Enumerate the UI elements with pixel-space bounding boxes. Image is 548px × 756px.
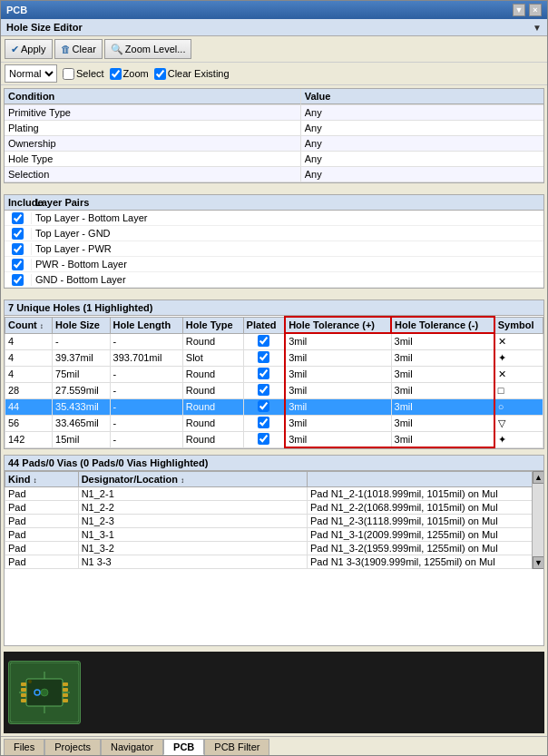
condition-row-plating: Plating Any — [5, 121, 543, 136]
clear-button[interactable]: 🗑 Clear — [54, 39, 103, 59]
condition-selection-label: Selection — [5, 167, 301, 182]
col-tol-minus[interactable]: Hole Tolerance (-) — [391, 317, 494, 333]
layer-pair-label-2: Top Layer - PWR — [32, 242, 115, 255]
holes-plated-1[interactable] — [243, 349, 285, 366]
include-col-header: Include — [5, 195, 32, 210]
col-plated[interactable]: Plated — [243, 317, 285, 333]
zoom-checkbox[interactable] — [110, 68, 122, 80]
holes-tol-plus-6: 3mil — [285, 431, 391, 447]
pads-table-row-5[interactable]: Pad N1 3-3 Pad N1 3-3(1909.999mil, 1255m… — [5, 555, 543, 569]
col-tol-plus[interactable]: Hole Tolerance (+) — [285, 317, 391, 333]
holes-type-5: Round — [182, 415, 243, 431]
select-checkbox[interactable] — [63, 68, 74, 80]
holes-table-body: 4 - - Round 3mil 3mil ✕ 4 39.37mil 393.7… — [5, 333, 543, 447]
layer-pair-check-3[interactable] — [5, 259, 32, 270]
holes-table-row-5[interactable]: 56 33.465mil - Round 3mil 3mil ▽ — [5, 415, 543, 431]
close-button[interactable]: × — [529, 4, 542, 16]
clear-existing-checkbox-label: Clear Existing — [154, 68, 230, 80]
holes-plated-5[interactable] — [243, 415, 285, 431]
holes-type-6: Round — [182, 431, 243, 447]
holes-plated-6[interactable] — [243, 431, 285, 447]
holes-table-row-1[interactable]: 4 39.37mil 393.701mil Slot 3mil 3mil ✦ — [5, 349, 543, 366]
holes-table-row-2[interactable]: 4 75mil - Round 3mil 3mil ✕ — [5, 366, 543, 382]
clear-existing-checkbox[interactable] — [154, 68, 166, 80]
holes-symbol-4: ○ — [494, 398, 543, 415]
col-count[interactable]: Count ↕ — [5, 317, 53, 333]
condition-holetype-label: Hole Type — [5, 152, 301, 166]
layer-pair-row-4: GND - Bottom Layer — [5, 272, 543, 288]
tab-pcb-filter[interactable]: PCB Filter — [204, 739, 269, 755]
svg-rect-11 — [63, 699, 68, 702]
pads-table-row-4[interactable]: Pad N1_3-2 Pad N1_3-2(1959.999mil, 1255m… — [5, 542, 543, 555]
condition-row-primitive: Primitive Type Any — [5, 105, 543, 121]
holes-count-4: 44 — [5, 398, 53, 415]
mode-dropdown[interactable]: Normal Mask Select — [5, 64, 57, 83]
panel-dropdown-icon[interactable]: ▼ — [533, 23, 542, 33]
tab-pcb[interactable]: PCB — [163, 739, 204, 755]
layer-pair-check-1[interactable] — [5, 228, 32, 240]
toolbar2: Normal Mask Select Select Zoom Clear Exi… — [1, 63, 547, 85]
holes-length-5: - — [110, 415, 182, 431]
conditions-table: Condition Value Primitive Type Any Plati… — [5, 89, 543, 182]
apply-button[interactable]: ✔ Apply — [5, 39, 53, 59]
svg-rect-7 — [21, 699, 26, 702]
tab-projects[interactable]: Projects — [44, 739, 101, 755]
scrollbar-down[interactable]: ▼ — [533, 556, 543, 569]
scrollbar-up[interactable]: ▲ — [533, 471, 543, 484]
holes-plated-0[interactable] — [243, 333, 285, 349]
layer-pair-label-3: PWR - Bottom Layer — [32, 258, 131, 270]
clear-label: Clear — [73, 44, 96, 54]
pads-kind-4: Pad — [5, 542, 79, 555]
zoom-level-button[interactable]: 🔍 Zoom Level... — [104, 39, 192, 59]
layer-pair-label-0: Top Layer - Bottom Layer — [32, 211, 152, 224]
svg-point-13 — [28, 680, 32, 683]
col-size[interactable]: Hole Size — [53, 317, 111, 333]
layer-pair-check-0[interactable] — [5, 212, 32, 224]
pads-scrollbar[interactable]: ▲ ▼ — [532, 471, 543, 569]
col-type[interactable]: Hole Type — [182, 317, 243, 333]
holes-count-2: 4 — [5, 366, 53, 382]
holes-table-row-4[interactable]: 44 35.433mil - Round 3mil 3mil ○ — [5, 398, 543, 415]
pads-table-body: Pad N1_2-1 Pad N1_2-1(1018.999mil, 1015m… — [5, 487, 543, 569]
pads-col-kind[interactable]: Kind ↕ — [5, 472, 79, 487]
panel-header: Hole Size Editor ▼ — [1, 19, 547, 36]
spacer2 — [1, 291, 547, 297]
holes-table-row-0[interactable]: 4 - - Round 3mil 3mil ✕ — [5, 333, 543, 349]
condition-ownership-value: Any — [301, 136, 543, 151]
layer-pair-check-4[interactable] — [5, 274, 32, 286]
scrollbar-track — [533, 484, 543, 556]
holes-count-6: 142 — [5, 431, 53, 447]
pads-table-row-1[interactable]: Pad N1_2-2 Pad N1_2-2(1068.999mil, 1015m… — [5, 501, 543, 515]
layer-pair-check-2[interactable] — [5, 243, 32, 255]
holes-tol-plus-0: 3mil — [285, 333, 391, 349]
holes-plated-2[interactable] — [243, 366, 285, 382]
col-symbol[interactable]: Symbol — [494, 317, 543, 333]
holes-table-row-3[interactable]: 28 27.559mil - Round 3mil 3mil □ — [5, 382, 543, 398]
apply-icon: ✔ — [11, 44, 19, 55]
pads-section-header: 44 Pads/0 Vias (0 Pads/0 Vias Highlighte… — [5, 456, 543, 471]
pads-kind-3: Pad — [5, 528, 79, 542]
col-length[interactable]: Hole Length — [110, 317, 182, 333]
pads-col-location[interactable] — [308, 472, 543, 487]
holes-type-4: Round — [182, 398, 243, 415]
holes-table-row-6[interactable]: 142 15mil - Round 3mil 3mil ✦ — [5, 431, 543, 447]
holes-plated-4[interactable] — [243, 398, 285, 415]
pcb-svg — [10, 663, 79, 722]
pads-table-row-3[interactable]: Pad N1_3-1 Pad N1_3-1(2009.999mil, 1255m… — [5, 528, 543, 542]
tab-files[interactable]: Files — [4, 739, 44, 755]
condition-primitive-value: Any — [301, 105, 543, 120]
holes-length-0: - — [110, 333, 182, 349]
pin-button[interactable]: ▼ — [513, 4, 525, 16]
spacer1 — [1, 186, 547, 191]
pads-table-row-0[interactable]: Pad N1_2-1 Pad N1_2-1(1018.999mil, 1015m… — [5, 487, 543, 501]
pads-table-row-2[interactable]: Pad N1_2-3 Pad N1_2-3(1118.999mil, 1015m… — [5, 515, 543, 528]
pads-designator-0: N1_2-1 — [78, 487, 307, 501]
holes-plated-3[interactable] — [243, 382, 285, 398]
condition-selection-value: Any — [301, 167, 543, 182]
pads-col-designator[interactable]: Designator/Location ↕ — [78, 472, 307, 487]
pads-kind-5: Pad — [5, 555, 79, 569]
holes-length-4: - — [110, 398, 182, 415]
tab-navigator[interactable]: Navigator — [101, 739, 163, 755]
window-title: PCB — [6, 5, 27, 15]
condition-col-header: Condition — [5, 89, 301, 104]
